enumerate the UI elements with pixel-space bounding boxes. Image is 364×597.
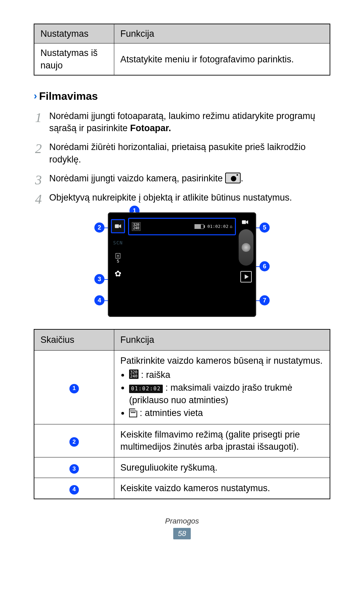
legend-header-number: Skaičius [34, 329, 114, 350]
legend-row-desc: Keiskite vaizdo kameros nustatymus. [114, 478, 330, 499]
camera-icon [225, 173, 241, 183]
page-number: 58 [173, 528, 191, 539]
legend-table: Skaičius Funkcija 1 Patikrinkite vaizdo … [34, 329, 330, 499]
step-4: Objektyvą nukreipkite į objektą ir atlik… [34, 191, 330, 204]
record-mode-icon[interactable] [111, 219, 125, 233]
step-text: . [241, 173, 243, 183]
step-text: Norėdami žiūrėti horizontaliai, prietais… [49, 142, 306, 164]
legend-row-desc: Patikrinkite vaizdo kameros būseną ir nu… [114, 350, 330, 424]
legend-bullet: 320240 : raiška [129, 369, 324, 381]
number-badge: 4 [69, 485, 79, 495]
callout-5: 5 [260, 222, 270, 233]
steps-list: Norėdami įjungti fotoaparatą, laukimo re… [34, 110, 330, 204]
chevron-right-icon: › [34, 90, 37, 101]
number-badge: 1 [69, 384, 79, 393]
number-badge: 3 [69, 464, 79, 474]
setting-name: Nustatymas iš naujo [34, 43, 114, 75]
svg-rect-0 [115, 225, 119, 228]
svg-rect-1 [242, 220, 246, 224]
step-text: Norėdami įjungti fotoaparatą, laukimo re… [49, 111, 315, 133]
footer-category: Pramogos [34, 516, 330, 526]
step-3: Norėdami įjungti vaizdo kamerą, pasirink… [34, 172, 330, 184]
legend-row-desc: Sureguliuokite ryškumą. [114, 457, 330, 478]
legend-row-num: 2 [34, 424, 114, 457]
step-bold: Fotoapar. [130, 123, 171, 133]
legend-lead: Patikrinkite vaizdo kameros būseną ir nu… [120, 356, 323, 366]
legend-bullet: : atminties vieta [129, 407, 324, 419]
shutter-button[interactable] [239, 229, 253, 266]
callout-2: 2 [94, 222, 104, 233]
battery-icon [194, 224, 204, 229]
settings-header-setting: Nustatymas [34, 24, 114, 43]
resolution-indicator: 320 240 [132, 222, 141, 231]
scene-mode-icon[interactable]: SCN [112, 237, 124, 249]
section-heading: ›Filmavimas [34, 89, 330, 103]
callout-7: 7 [260, 295, 270, 305]
storage-icon: ⌂ [230, 224, 232, 229]
time-mini-icon: 01:02:02 [129, 385, 163, 393]
status-bar: 320 240 01:02:02 ⌂ [128, 218, 236, 235]
legend-header-function: Funkcija [114, 329, 330, 350]
legend-row-desc: Keiskite filmavimo režimą (galite priseg… [114, 424, 330, 457]
step-text: Objektyvą nukreipkite į objektą ir atlik… [49, 192, 292, 203]
switch-camera-icon[interactable] [240, 218, 252, 227]
camcorder-diagram: 1 2 3 4 5 6 7 SCN ±5 ✿ [34, 212, 330, 317]
legend-bullet: 01:02:02 : maksimali vaizdo įrašo trukmė… [129, 382, 324, 406]
settings-table: Nustatymas Funkcija Nustatymas iš naujo … [34, 24, 330, 76]
legend-row-num: 4 [34, 478, 114, 499]
exposure-icon[interactable]: ±5 [112, 252, 124, 264]
playback-icon[interactable] [240, 271, 252, 282]
gear-icon[interactable]: ✿ [112, 268, 124, 280]
legend-row-num: 1 [34, 350, 114, 424]
page-footer: Pramogos 58 [34, 516, 330, 539]
callout-6: 6 [260, 261, 270, 271]
resolution-mini-icon: 320240 [129, 369, 139, 379]
callout-3: 3 [94, 274, 104, 284]
step-1: Norėdami įjungti fotoaparatą, laukimo re… [34, 110, 330, 135]
setting-desc: Atstatykite meniu ir fotografavimo parin… [114, 43, 330, 75]
callout-4: 4 [94, 295, 104, 305]
storage-mini-icon [129, 409, 137, 417]
settings-header-function: Funkcija [114, 24, 330, 43]
legend-row-num: 3 [34, 457, 114, 478]
section-title-text: Filmavimas [39, 90, 98, 102]
step-text: Norėdami įjungti vaizdo kamerą, pasirink… [49, 173, 225, 183]
step-2: Norėdami žiūrėti horizontaliai, prietais… [34, 141, 330, 166]
rec-time: 01:02:02 [207, 223, 229, 230]
number-badge: 2 [69, 437, 79, 447]
